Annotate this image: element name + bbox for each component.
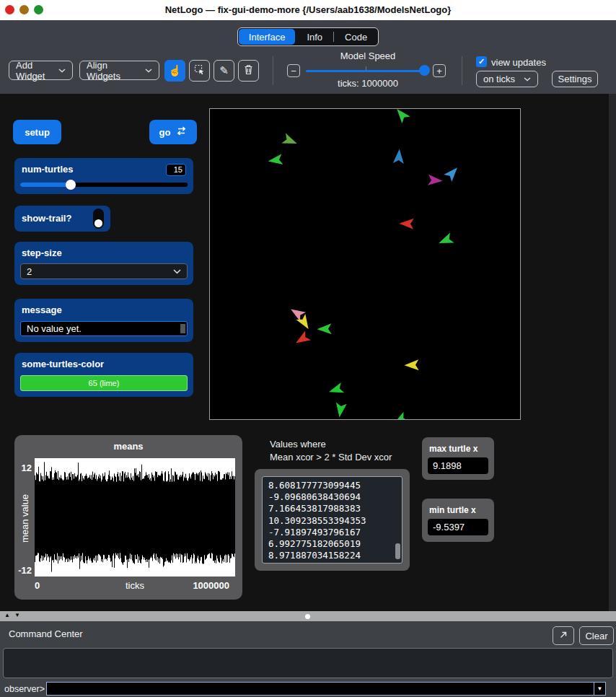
window-title: NetLogo — fix-gui-demo-more {/Users/aab1… (0, 4, 616, 15)
output-caption-line1: Values where (270, 438, 392, 451)
forever-loop-icon (176, 126, 187, 138)
collapse-up-icon[interactable]: ▲ (4, 612, 14, 618)
update-mode-dropdown[interactable]: on ticks (476, 71, 538, 87)
speed-slider-thumb[interactable] (419, 65, 430, 76)
tab-bar: Interface Info Code (237, 27, 379, 46)
chevron-down-icon (173, 269, 181, 274)
select-tool-button[interactable] (189, 60, 210, 82)
model-speed-label: Model Speed (299, 51, 437, 61)
command-input[interactable] (46, 682, 606, 696)
align-widgets-dropdown[interactable]: Align Widgets (79, 61, 159, 80)
popout-button[interactable] (553, 626, 574, 645)
turtle-shape (293, 331, 311, 348)
plot-widget-means: means 12 -12 mean value 0 ticks 1000000 (14, 435, 242, 600)
trash-icon (244, 64, 253, 77)
command-center-output[interactable] (3, 648, 613, 678)
output-text-area[interactable]: 8.608177773099445-9.096806384306947.1664… (262, 476, 402, 564)
speed-minus-button[interactable]: − (287, 64, 300, 77)
command-center-splitter[interactable]: ▲▼ (0, 611, 616, 621)
turtle-shape (317, 323, 332, 335)
turtle-shape (327, 382, 345, 397)
output-line: -7.91897493796167 (268, 527, 396, 538)
chevron-down-icon (524, 77, 531, 82)
tab-interface[interactable]: Interface (239, 29, 296, 45)
command-center-title: Command Center (9, 628, 83, 639)
top-toolbar: Interface Info Code Add Widget Align Wid… (0, 20, 616, 94)
slider-label: num-turtles (22, 164, 74, 175)
add-widget-dropdown[interactable]: Add Widget (9, 61, 73, 80)
turtle-shape (393, 109, 410, 123)
go-button[interactable]: go (149, 120, 197, 144)
settings-button[interactable]: Settings (552, 71, 598, 87)
input-grip (180, 324, 185, 333)
chevron-down-icon (58, 69, 66, 73)
y-axis-max-label: 12 (16, 463, 32, 473)
x-axis-max-label: 1000000 (193, 580, 229, 591)
delete-tool-button[interactable] (238, 60, 259, 82)
output-scrollbar-thumb[interactable] (395, 543, 400, 559)
monitor-max-turtle-x: max turtle x 9.1898 (422, 437, 494, 480)
monitor-label: max turtle x (429, 444, 478, 454)
tab-info[interactable]: Info (296, 28, 333, 45)
y-axis-min-label: -12 (14, 565, 32, 576)
output-line: 8.971887034158224 (268, 550, 396, 561)
title-bar: NetLogo — fix-gui-demo-more {/Users/aab1… (0, 0, 616, 20)
turtle-shape (444, 164, 462, 182)
monitor-value: 9.1898 (428, 457, 488, 474)
clear-button[interactable]: Clear (579, 626, 614, 645)
num-turtles-slider-thumb[interactable] (66, 180, 76, 190)
hand-icon: ☝ (168, 64, 182, 77)
output-line: 8.608177773099445 (268, 480, 396, 491)
color-swatch-button[interactable]: 65 (lime) (20, 375, 188, 391)
message-input[interactable] (20, 321, 188, 336)
slider-value-box[interactable]: 15 (166, 164, 186, 176)
chooser-widget-step-size: step-size 2 (14, 242, 193, 285)
toggle-knob (94, 219, 102, 227)
collapse-down-icon[interactable]: ▼ (14, 612, 25, 618)
splitter-handle-dot (305, 614, 310, 619)
command-history-dropdown[interactable]: ▼ (594, 683, 605, 695)
turtle-shape (428, 175, 443, 186)
turtle-shape (268, 154, 283, 167)
popout-icon (558, 630, 568, 642)
tab-code[interactable]: Code (334, 28, 378, 45)
speed-slider-track[interactable] (306, 70, 427, 72)
output-widget: 8.608177773099445-9.096806384306947.1664… (255, 469, 410, 571)
interface-canvas: setup go num-turtles 15 show-trail? step… (0, 94, 616, 611)
color-widget-some-turtles-color: some-turtles-color 65 (lime) (14, 353, 193, 397)
num-turtles-slider-fill (20, 183, 71, 187)
check-icon: ✓ (478, 57, 485, 66)
speed-plus-button[interactable]: + (433, 64, 446, 77)
world-view[interactable] (209, 108, 521, 420)
setup-button[interactable]: setup (13, 120, 61, 144)
output-caption: Values where Mean xcor > 2 * Std Dev xco… (270, 438, 392, 464)
hand-tool-button[interactable]: ☝ (164, 60, 185, 82)
turtle-shape (404, 359, 419, 371)
output-line: 10.309238553394353 (268, 515, 396, 527)
chooser-label: step-size (22, 247, 62, 258)
turtle-shape (334, 403, 347, 418)
main-scrollbar[interactable] (609, 94, 616, 611)
plot-canvas (35, 458, 235, 577)
switch-widget-show-trail: show-trail? (14, 206, 110, 232)
monitor-min-turtle-x: min turtle x -9.5397 (422, 499, 494, 542)
color-widget-label: some-turtles-color (22, 359, 104, 369)
toolbar-divider (462, 56, 462, 85)
slider-widget-num-turtles: num-turtles 15 (14, 158, 193, 194)
input-label: message (22, 304, 62, 315)
output-line: -9.09680638430694 (268, 491, 396, 503)
num-turtles-slider-track[interactable] (20, 183, 188, 187)
monitor-label: min turtle x (429, 505, 476, 515)
selection-icon (194, 64, 206, 78)
step-size-dropdown[interactable]: 2 (20, 263, 188, 279)
view-updates-checkbox[interactable]: ✓ (476, 56, 487, 67)
plot-title: means (14, 441, 242, 452)
output-line: 7.166453817988383 (268, 503, 396, 514)
world-turtles (210, 109, 520, 419)
turtle-shape (399, 218, 414, 229)
edit-tool-button[interactable]: ✎ (214, 60, 234, 82)
turtle-shape (436, 232, 454, 247)
command-center: Command Center Clear observer> ▼ (0, 621, 616, 697)
pencil-icon: ✎ (219, 64, 229, 77)
show-trail-toggle[interactable] (93, 209, 104, 229)
